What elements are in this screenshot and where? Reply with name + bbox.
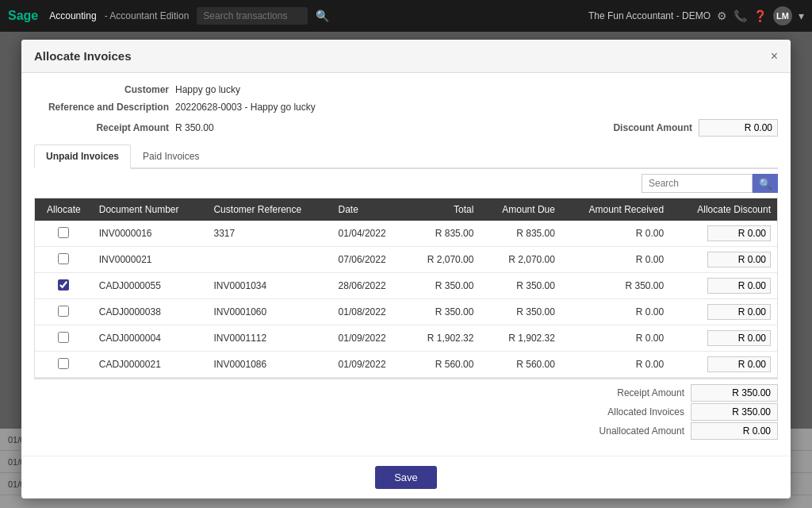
chevron-down-icon[interactable]: ▾ bbox=[799, 10, 804, 22]
user-avatar[interactable]: LM bbox=[773, 6, 792, 25]
topbar: Sage Accounting - Accountant Edition 🔍 T… bbox=[0, 0, 812, 32]
topbar-right: The Fun Accountant - DEMO ⚙ 📞 ❓ LM ▾ bbox=[588, 6, 804, 25]
search-transactions-input[interactable] bbox=[197, 7, 308, 25]
help-icon[interactable]: ❓ bbox=[753, 10, 767, 22]
settings-icon[interactable]: ⚙ bbox=[717, 10, 727, 22]
edition-label: - Accountant Edition bbox=[105, 10, 190, 21]
company-name: The Fun Accountant - DEMO bbox=[588, 10, 710, 21]
phone-icon[interactable]: 📞 bbox=[733, 10, 747, 22]
sage-logo: Sage bbox=[8, 9, 38, 23]
accounting-label: Accounting bbox=[49, 10, 96, 21]
search-icon[interactable]: 🔍 bbox=[316, 10, 329, 22]
